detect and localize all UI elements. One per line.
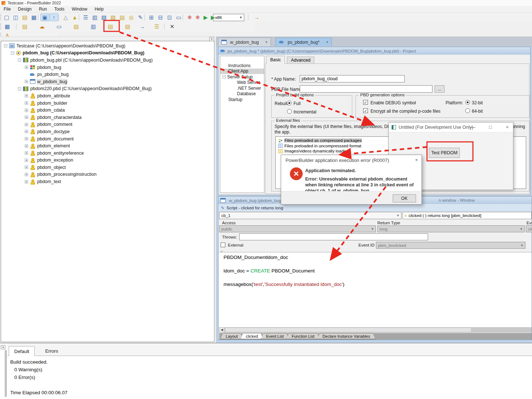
- pbr-browse-button[interactable]: ...: [435, 85, 444, 93]
- select-debug-icon[interactable]: ✱: [193, 13, 202, 21]
- platform-64bit-radio[interactable]: [465, 108, 470, 113]
- expand-icon[interactable]: +: [25, 159, 28, 162]
- minimize-button[interactable]: —: [470, 124, 476, 130]
- collapse-icon[interactable]: -: [11, 51, 14, 55]
- pbr-input[interactable]: [300, 85, 432, 93]
- tab-event-list[interactable]: Event List: [261, 333, 289, 339]
- project-nav-client-app[interactable]: Client App: [220, 69, 264, 74]
- rebuild-full-radio[interactable]: [287, 101, 292, 105]
- toolbar-grip[interactable]: [0, 23, 1, 30]
- window-painter-icon[interactable]: ⊟: [156, 13, 165, 21]
- tree-item[interactable]: -pbdom_bug (C:\Users\appeon\Downloads\PB…: [1, 50, 214, 57]
- expand-icon[interactable]: +: [25, 116, 28, 119]
- expand-icon[interactable]: +: [25, 151, 28, 155]
- collapse-icon[interactable]: -: [18, 87, 21, 90]
- tab-w_pbdom_bug[interactable]: w_pbdom_bug×: [218, 38, 271, 46]
- scroll-left-button[interactable]: ◀: [219, 327, 225, 333]
- tree-item[interactable]: +pbdom_cdata: [1, 106, 214, 114]
- expand-icon[interactable]: +: [25, 123, 28, 126]
- tab-basic[interactable]: Basic: [266, 56, 285, 64]
- scrollbar-thumb[interactable]: [225, 328, 471, 332]
- collapse-icon[interactable]: -: [4, 44, 7, 47]
- menu-file[interactable]: File: [0, 6, 14, 12]
- menu-window[interactable]: Window: [68, 6, 91, 12]
- datawindow-icon[interactable]: ⊡: [165, 13, 174, 21]
- expand-icon[interactable]: +: [25, 130, 28, 133]
- menu-tools[interactable]: Tools: [51, 6, 68, 12]
- menu-run[interactable]: Run: [35, 6, 51, 12]
- tree-item[interactable]: +pbdom_element: [1, 142, 214, 150]
- export-icon[interactable]: →: [138, 23, 147, 30]
- test-pbdom-button[interactable]: Test PBDOM: [429, 148, 460, 158]
- expand-icon[interactable]: +: [25, 144, 28, 148]
- platform-32bit-radio[interactable]: [465, 100, 470, 105]
- debug-icon[interactable]: ✱: [185, 13, 194, 21]
- tab-ps_pbdom_bug[interactable]: ps_pbdom_bug*×: [276, 38, 331, 46]
- ok-button[interactable]: OK: [393, 194, 416, 202]
- expand-icon[interactable]: +: [25, 101, 28, 105]
- close-toolbar-icon[interactable]: ✕: [168, 23, 176, 30]
- tree-item[interactable]: -pbdom_bug.pbl (C:\Users\appeon\Download…: [1, 57, 214, 64]
- event-prototype-box[interactable]: ≡ clicked ( ) returns long [pbm_bnclicke…: [403, 212, 532, 219]
- database-icon[interactable]: ◎: [127, 13, 136, 21]
- close-icon[interactable]: ×: [265, 40, 268, 44]
- folder-add-icon[interactable]: ▤: [123, 23, 132, 30]
- script-view-header[interactable]: ✎ Script - clicked for returns long: [219, 205, 532, 212]
- next-painter-icon[interactable]: ▲: [70, 13, 79, 21]
- page-copy-icon[interactable]: ▥: [89, 23, 98, 30]
- menu-design[interactable]: Design: [14, 6, 35, 12]
- folder-search-icon[interactable]: ▤: [72, 23, 81, 30]
- external-checkbox[interactable]: [221, 243, 225, 247]
- tree-item[interactable]: +pbdom_builder: [1, 100, 214, 107]
- tree-item[interactable]: +pbdom_bug: [1, 64, 214, 71]
- deploy-project-icon[interactable]: ▤: [106, 23, 115, 30]
- object-combo[interactable]: cb_1 ▼: [219, 212, 401, 219]
- close-button[interactable]: ×: [504, 124, 510, 130]
- access-combo[interactable]: public ▼: [219, 225, 376, 232]
- close-icon[interactable]: ×: [326, 40, 328, 44]
- platform-combo[interactable]: x86 ▼: [213, 14, 244, 21]
- expand-icon[interactable]: +: [25, 66, 28, 69]
- project-nav-startup[interactable]: Startup: [220, 97, 264, 102]
- project-window-titlebar[interactable]: ps_pbdom_bug * (pbdom_bug) (C:\Users\app…: [218, 47, 530, 55]
- runtime-window-titlebar[interactable]: Untitled (For Development Use Only): [389, 123, 513, 132]
- new-window-icon[interactable]: ⊞: [147, 13, 156, 21]
- tree-item[interactable]: +pbdom_attribute: [1, 92, 214, 100]
- expand-icon[interactable]: +: [25, 166, 28, 169]
- deploy-workspace-icon[interactable]: ↑: [50, 13, 58, 21]
- rebuild-incremental-radio[interactable]: [287, 109, 292, 114]
- close-icon[interactable]: ×: [415, 157, 418, 163]
- tree-item[interactable]: -pbdom220.pbd (C:\Users\appeon\Downloads…: [1, 85, 214, 93]
- inherit-icon[interactable]: ◫: [11, 13, 20, 21]
- tree-item[interactable]: +pbdom_document: [1, 135, 214, 143]
- cloud-upload-icon[interactable]: ☁: [38, 23, 46, 30]
- tab-clicked[interactable]: clicked: [241, 333, 263, 339]
- system-tree-toggle-icon[interactable]: ▣: [40, 13, 49, 21]
- library-painter-icon[interactable]: ▦: [30, 13, 38, 21]
- horizontal-scrollbar[interactable]: ◀: [219, 327, 532, 333]
- tree-item[interactable]: +pbdom_characterdata: [1, 114, 214, 121]
- app-name-input[interactable]: pbdom_bug_cloud: [300, 75, 405, 82]
- clip-window-icon[interactable]: ▧: [100, 13, 108, 21]
- throws-input[interactable]: [239, 233, 428, 240]
- previous-painter-icon[interactable]: △: [61, 13, 70, 21]
- open-icon[interactable]: ▤: [20, 13, 29, 21]
- collapse-icon[interactable]: -: [222, 75, 226, 78]
- project-nav-database[interactable]: Database: [220, 91, 264, 97]
- event-name-combo[interactable]: clic: [526, 225, 532, 232]
- expand-icon[interactable]: +: [25, 173, 28, 176]
- folder-config-icon[interactable]: ▤: [20, 23, 29, 30]
- collapse-icon[interactable]: -: [18, 58, 21, 62]
- tree-item[interactable]: +pbdom_object: [1, 164, 214, 171]
- todo-list-icon[interactable]: ☰: [81, 13, 90, 21]
- tree-item[interactable]: +ps_pbdom_bug: [1, 71, 214, 78]
- select-run-icon[interactable]: ▶: [209, 13, 217, 21]
- debug-symbol-checkbox[interactable]: [363, 100, 368, 105]
- tab-advanced[interactable]: Advanced: [287, 57, 314, 64]
- edit-icon[interactable]: ✎: [136, 13, 145, 21]
- tree-item[interactable]: +pbdom_text: [1, 178, 214, 185]
- project-nav-server-setup[interactable]: -Server Setup: [220, 74, 264, 80]
- expand-icon[interactable]: +: [25, 80, 28, 83]
- save-icon[interactable]: ▦: [3, 23, 12, 30]
- tree-item[interactable]: +pbdom_comment: [1, 121, 214, 128]
